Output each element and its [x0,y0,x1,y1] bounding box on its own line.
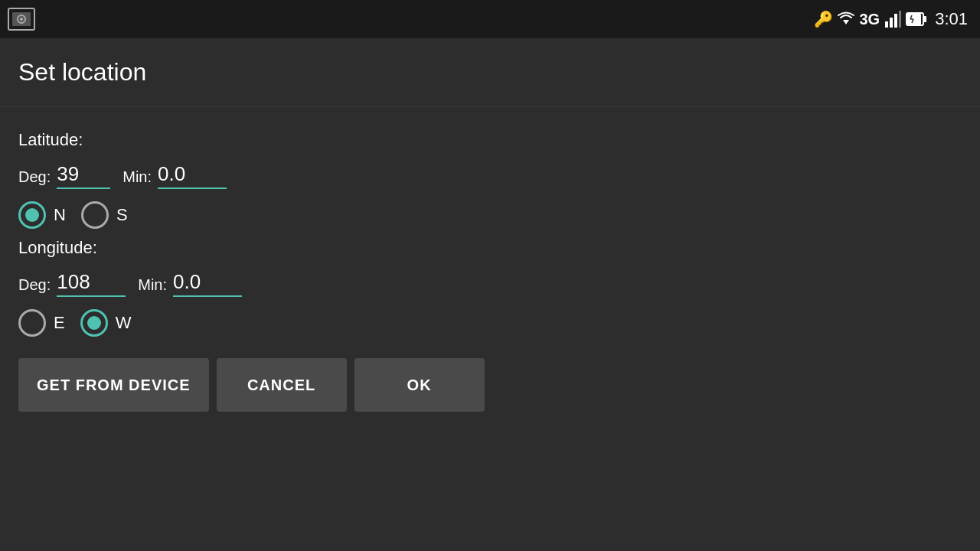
latitude-deg-label: Deg: [18,168,51,189]
network-label: 3G [859,11,880,28]
latitude-south-option[interactable]: S [81,201,128,229]
latitude-label: Latitude: [18,130,962,150]
longitude-deg-label: Deg: [18,276,51,297]
longitude-west-option[interactable]: W [80,309,132,337]
svg-rect-11 [907,14,921,24]
latitude-deg-input[interactable] [57,162,110,189]
battery-icon [906,11,927,28]
longitude-label: Longitude: [18,238,962,258]
longitude-min-group: Min: [138,270,242,297]
latitude-deg-group: Deg: [18,162,110,189]
latitude-min-label: Min: [122,168,152,189]
main-content: Latitude: Deg: Min: N S Longitude: [0,107,980,427]
signal-icon [884,11,901,28]
longitude-min-input[interactable] [173,270,242,297]
longitude-min-label: Min: [138,276,167,297]
status-time: 3:01 [935,9,968,29]
longitude-deg-group: Deg: [18,270,126,297]
longitude-radio-row: E W [18,309,962,337]
status-icons: 🔑 3G 3:01 [814,9,968,29]
latitude-north-radio[interactable] [18,201,46,229]
ok-button[interactable]: OK [354,358,485,412]
title-bar: Set location [0,38,980,107]
key-icon: 🔑 [814,10,833,28]
svg-marker-4 [843,20,849,24]
longitude-section: Longitude: Deg: Min: E W [18,238,962,337]
longitude-east-option[interactable]: E [18,309,65,337]
svg-point-3 [20,18,23,21]
svg-rect-8 [899,11,901,28]
page-title: Set location [18,58,146,86]
latitude-min-input[interactable] [158,162,227,189]
status-bar: 🔑 3G 3:01 [0,0,980,38]
wifi-icon [838,11,854,28]
longitude-east-radio[interactable] [18,309,46,337]
longitude-east-label: E [54,313,65,333]
get-from-device-button[interactable]: GET FROM DEVICE [18,358,209,412]
latitude-north-label: N [54,205,66,225]
longitude-west-radio[interactable] [80,309,108,337]
latitude-section: Latitude: Deg: Min: N S [18,130,962,229]
latitude-min-group: Min: [122,162,227,189]
latitude-north-option[interactable]: N [18,201,66,229]
longitude-west-label: W [116,313,132,333]
longitude-input-row: Deg: Min: [18,270,962,297]
latitude-radio-row: N S [18,201,962,229]
longitude-deg-input[interactable] [57,270,126,297]
cancel-button[interactable]: CANCEL [217,358,347,412]
svg-rect-5 [885,21,888,28]
svg-rect-7 [894,14,897,28]
latitude-south-label: S [116,205,128,225]
svg-rect-10 [923,16,926,22]
latitude-south-radio[interactable] [81,201,109,229]
thumbnail-icon [8,8,35,34]
latitude-input-row: Deg: Min: [18,162,962,189]
button-row: GET FROM DEVICE CANCEL OK [18,358,962,412]
svg-rect-6 [890,18,893,28]
